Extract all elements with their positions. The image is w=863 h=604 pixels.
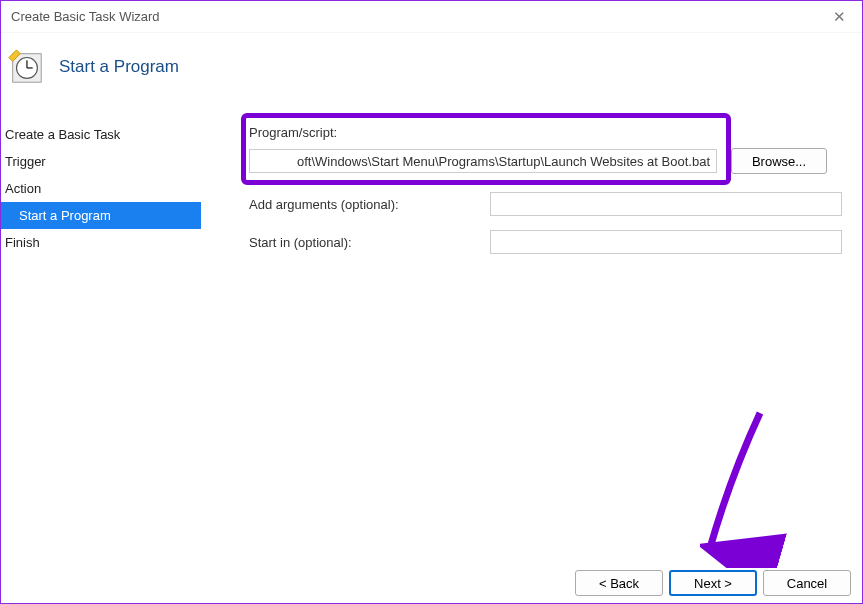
sidebar-item-finish[interactable]: Finish [1, 229, 201, 256]
clock-icon [7, 48, 45, 86]
wizard-steps-sidebar: Create a Basic Task Trigger Action Start… [1, 115, 201, 555]
browse-button[interactable]: Browse... [731, 148, 827, 174]
sidebar-item-start-a-program[interactable]: Start a Program [1, 202, 201, 229]
program-script-label: Program/script: [249, 125, 449, 140]
wizard-body: Create a Basic Task Trigger Action Start… [1, 115, 862, 555]
program-script-input[interactable] [249, 149, 717, 173]
back-button[interactable]: < Back [575, 570, 663, 596]
start-in-input[interactable] [490, 230, 842, 254]
wizard-footer: < Back Next > Cancel [575, 570, 851, 596]
page-title: Start a Program [59, 57, 179, 77]
titlebar: Create Basic Task Wizard ✕ [1, 1, 862, 33]
add-arguments-input[interactable] [490, 192, 842, 216]
wizard-header: Start a Program [1, 33, 862, 93]
wizard-main-panel: Program/script: Browse... Add arguments … [201, 115, 862, 555]
next-button[interactable]: Next > [669, 570, 757, 596]
add-arguments-label: Add arguments (optional): [249, 197, 449, 212]
sidebar-item-action[interactable]: Action [1, 175, 201, 202]
sidebar-item-create-basic-task[interactable]: Create a Basic Task [1, 121, 201, 148]
close-icon[interactable]: ✕ [825, 8, 854, 26]
sidebar-item-trigger[interactable]: Trigger [1, 148, 201, 175]
start-in-label: Start in (optional): [249, 235, 449, 250]
cancel-button[interactable]: Cancel [763, 570, 851, 596]
window-title: Create Basic Task Wizard [11, 9, 160, 24]
